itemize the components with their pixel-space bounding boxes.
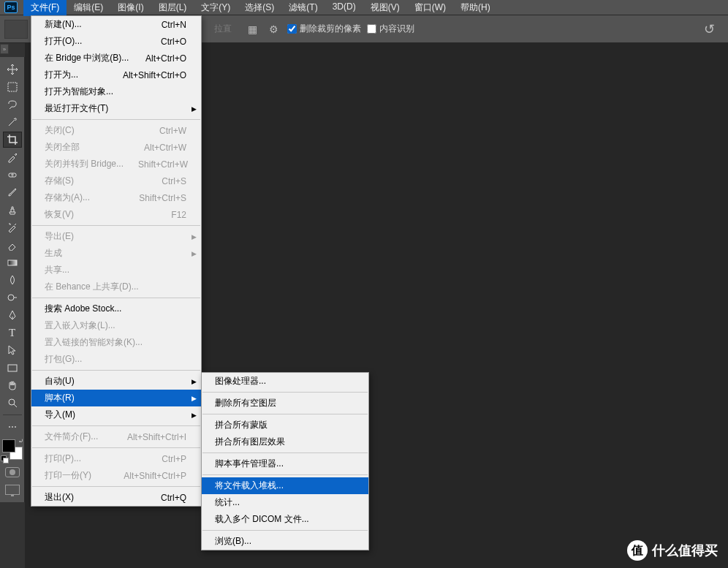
move-tool[interactable] <box>3 61 22 77</box>
scripts-menu-item-9[interactable]: 将文件载入堆栈... <box>202 477 368 494</box>
file-menu-item-0[interactable]: 新建(N)...Ctrl+N <box>31 16 201 33</box>
scripts-menu-item-4[interactable]: 拼合所有蒙版 <box>202 417 368 433</box>
file-menu-item-label-30: 打印(P)... <box>45 452 81 465</box>
menubar-item-1[interactable]: 编辑(E) <box>67 0 110 16</box>
scripts-menu-item-7[interactable]: 脚本事件管理器... <box>202 455 368 472</box>
color-swatches[interactable]: ⤾ <box>2 439 23 460</box>
file-menu-item-5[interactable]: 最近打开文件(T) <box>31 100 201 117</box>
menubar-item-8[interactable]: 视图(V) <box>363 0 407 16</box>
scripts-menu-sep-3 <box>202 414 368 414</box>
foreground-color[interactable] <box>2 439 15 452</box>
magic-wand-tool[interactable] <box>3 114 22 130</box>
delete-cropped-checkbox[interactable]: 删除裁剪的像素 <box>287 23 361 35</box>
scripts-menu-item-label-7: 脚本事件管理器... <box>215 458 284 470</box>
eraser-tool[interactable] <box>3 237 22 253</box>
zoom-tool[interactable] <box>3 395 22 411</box>
menubar-item-9[interactable]: 窗口(W) <box>407 0 453 16</box>
hand-tool[interactable] <box>3 377 22 393</box>
file-menu-item-shortcut-31: Alt+Shift+Ctrl+P <box>124 471 186 481</box>
scripts-menu-item-label-2: 删除所有空图层 <box>215 397 276 409</box>
tool-preset-picker[interactable] <box>4 20 28 39</box>
edit-toolbar[interactable]: ⋯ <box>3 419 22 435</box>
file-menu-item-31: 打印一份(Y)Alt+Shift+Ctrl+P <box>31 467 201 484</box>
grid-overlay-icon[interactable]: ▦ <box>245 23 260 35</box>
clone-stamp-tool[interactable] <box>3 202 22 218</box>
brush-tool[interactable] <box>3 184 22 200</box>
file-menu-item-11: 存储为(A)...Shift+Ctrl+S <box>31 189 201 206</box>
file-menu-item-label-28: 文件简介(F)... <box>45 431 98 443</box>
file-menu-item-24[interactable]: 自动(U) <box>31 373 201 390</box>
watermark: 值 什么值得买 <box>627 540 718 561</box>
quick-mask-icon[interactable] <box>5 467 20 477</box>
panel-expander[interactable]: » <box>0 44 9 54</box>
healing-brush-tool[interactable] <box>3 167 22 183</box>
file-menu-item-shortcut-3: Alt+Shift+Ctrl+O <box>123 70 186 80</box>
scripts-menu-item-10[interactable]: 统计... <box>202 494 368 511</box>
file-menu-item-9: 关闭并转到 Bridge...Shift+Ctrl+W <box>31 156 201 173</box>
type-tool[interactable]: T <box>3 325 22 341</box>
file-menu-item-label-22: 打包(G)... <box>45 353 82 366</box>
blur-tool[interactable] <box>3 272 22 288</box>
menubar-item-3[interactable]: 图层(L) <box>151 0 194 16</box>
menubar-item-6[interactable]: 滤镜(T) <box>281 0 325 16</box>
history-brush-tool[interactable] <box>3 219 22 235</box>
default-colors-icon[interactable] <box>1 455 7 461</box>
scripts-menu-item-2[interactable]: 删除所有空图层 <box>202 395 368 412</box>
file-menu-item-33[interactable]: 退出(X)Ctrl+Q <box>31 489 201 506</box>
scripts-menu-item-5[interactable]: 拼合所有图层效果 <box>202 433 368 450</box>
file-menu-item-26[interactable]: 导入(M) <box>31 406 201 423</box>
file-menu-item-14: 导出(E) <box>31 228 201 245</box>
swap-colors-icon[interactable]: ⤾ <box>18 437 24 444</box>
file-menu-item-1[interactable]: 打开(O)...Ctrl+O <box>31 33 201 50</box>
scripts-menu-sep-1 <box>202 392 368 393</box>
file-menu-item-25[interactable]: 脚本(R) <box>31 390 201 406</box>
menubar-item-0[interactable]: 文件(F) <box>23 0 67 16</box>
svg-point-3 <box>8 295 14 300</box>
toolbox: T ⋯ ⤾ <box>0 57 25 502</box>
svg-rect-0 <box>8 83 17 91</box>
file-menu-item-label-4: 打开为智能对象... <box>45 86 113 98</box>
scripts-menu-item-0[interactable]: 图像处理器... <box>202 373 368 390</box>
screen-mode-icon[interactable] <box>5 485 20 495</box>
menubar-item-2[interactable]: 图像(I) <box>110 0 151 16</box>
file-menu-item-8: 关闭全部Alt+Ctrl+W <box>31 139 201 156</box>
pen-tool[interactable] <box>3 307 22 323</box>
content-aware-checkbox[interactable]: 内容识别 <box>367 23 414 35</box>
path-selection-tool[interactable] <box>3 342 22 358</box>
eyedropper-tool[interactable] <box>3 149 22 165</box>
file-menu-item-label-16: 共享... <box>45 264 69 276</box>
crop-tool[interactable] <box>3 132 22 148</box>
reset-icon[interactable]: ↺ <box>704 21 715 37</box>
menubar-item-10[interactable]: 帮助(H) <box>453 0 498 16</box>
file-menu-sep-23 <box>32 370 200 371</box>
straighten-label: 拉直 <box>207 20 239 37</box>
file-menu-item-label-20: 置入嵌入对象(L)... <box>45 319 115 332</box>
file-menu-item-shortcut-0: Ctrl+N <box>162 20 186 30</box>
settings-icon[interactable]: ⚙ <box>266 23 281 35</box>
file-menu-item-2[interactable]: 在 Bridge 中浏览(B)...Alt+Ctrl+O <box>31 50 201 67</box>
gradient-tool[interactable] <box>3 254 22 270</box>
lasso-tool[interactable] <box>3 96 22 113</box>
dodge-tool[interactable] <box>3 289 22 306</box>
file-menu-item-3[interactable]: 打开为...Alt+Shift+Ctrl+O <box>31 67 201 83</box>
file-menu-item-28: 文件简介(F)...Alt+Shift+Ctrl+I <box>31 428 201 445</box>
file-menu-item-shortcut-7: Ctrl+W <box>159 126 186 136</box>
menubar-item-7[interactable]: 3D(D) <box>325 0 363 16</box>
file-menu-item-shortcut-11: Shift+Ctrl+S <box>139 193 186 203</box>
rectangle-tool[interactable] <box>3 360 22 376</box>
file-menu-item-20: 置入嵌入对象(L)... <box>31 317 201 334</box>
scripts-menu-item-11[interactable]: 载入多个 DICOM 文件... <box>202 511 368 528</box>
file-menu-item-19[interactable]: 搜索 Adobe Stock... <box>31 300 201 317</box>
svg-rect-4 <box>8 365 17 371</box>
marquee-tool[interactable] <box>3 79 22 95</box>
file-menu-item-4[interactable]: 打开为智能对象... <box>31 83 201 100</box>
file-menu-item-17: 在 Behance 上共享(D)... <box>31 279 201 295</box>
file-menu-item-10: 存储(S)Ctrl+S <box>31 173 201 189</box>
scripts-menu-item-13[interactable]: 浏览(B)... <box>202 533 368 550</box>
menubar-item-4[interactable]: 文字(Y) <box>194 0 238 16</box>
svg-rect-2 <box>8 260 17 265</box>
file-menu-item-label-19: 搜索 Adobe Stock... <box>45 303 121 315</box>
scripts-menu-item-label-11: 载入多个 DICOM 文件... <box>215 513 309 526</box>
scripts-menu-item-label-0: 图像处理器... <box>215 375 266 387</box>
menubar-item-5[interactable]: 选择(S) <box>238 0 281 16</box>
